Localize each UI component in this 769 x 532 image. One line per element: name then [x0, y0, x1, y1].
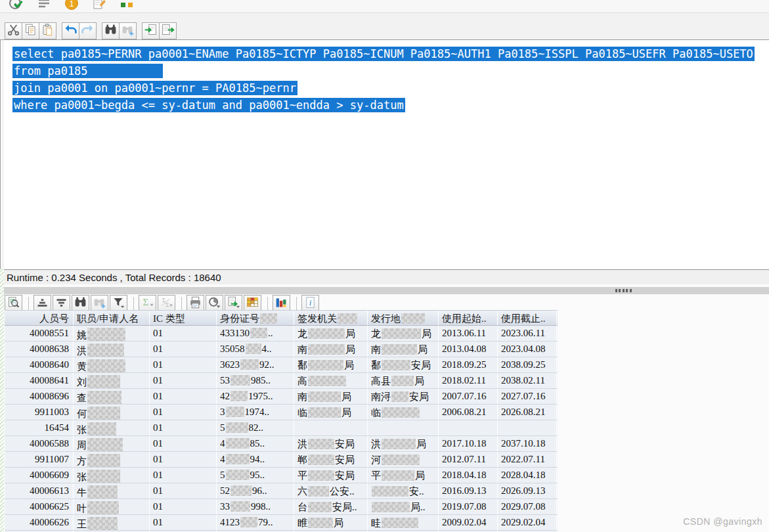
table-cell[interactable]: 临	[368, 405, 439, 420]
table-cell[interactable]: 40006625	[5, 499, 74, 514]
column-header[interactable]: 发行地	[368, 311, 439, 325]
table-row[interactable]: 40006613牛015296..六公安..安..2016.09.132026.…	[5, 483, 558, 499]
table-cell[interactable]: 洪安局	[294, 436, 368, 451]
table-cell[interactable]: 01	[150, 499, 217, 514]
table-cell[interactable]: 2029.07.08	[498, 499, 557, 514]
table-cell[interactable]: 40006613	[5, 483, 74, 499]
table-cell[interactable]: 临局	[294, 405, 368, 420]
table-cell[interactable]: 2026.08.21	[498, 405, 557, 420]
table-cell[interactable]: 安..	[368, 483, 439, 499]
table-cell[interactable]: 南局	[368, 342, 439, 357]
table-row[interactable]: 40006609张01595..平安局平局2018.04.182028.04.1…	[5, 468, 558, 483]
table-cell[interactable]: 查	[74, 389, 150, 404]
table-cell[interactable]: 2009.02.04	[439, 515, 498, 530]
table-row[interactable]: 40008640黄01362392..鄱局鄱安局2018.09.252038.0…	[5, 357, 558, 373]
table-cell[interactable]: 5296..	[217, 483, 294, 499]
table-cell[interactable]	[439, 420, 498, 435]
table-row[interactable]: 40008641刘0153985..高高县局2018.02.112038.02.…	[5, 373, 558, 389]
table-cell[interactable]: 2038.02.11	[498, 373, 557, 388]
table-cell[interactable]	[368, 420, 439, 435]
table-cell[interactable]: 2006.08.21	[439, 405, 498, 420]
table-cell[interactable]: 350584..	[217, 342, 294, 357]
sql-editor[interactable]: select pa0185~PERNR pa0001~ENAme Pa0185~…	[0, 39, 769, 269]
table-row[interactable]: 40008551姚01433130..龙局龙局2013.06.112023.06…	[5, 326, 558, 342]
table-cell[interactable]: 2013.06.11	[439, 326, 498, 341]
table-cell[interactable]: 40006609	[5, 468, 74, 483]
table-cell[interactable]: 方	[74, 452, 150, 467]
table-cell[interactable]: 2018.04.18	[439, 468, 498, 483]
table-cell[interactable]: 01	[150, 515, 217, 530]
table-cell[interactable]: 40006626	[5, 515, 74, 530]
table-cell[interactable]: 2018.02.11	[439, 373, 498, 388]
table-cell[interactable]: 2018.09.25	[439, 357, 498, 372]
check-in-button[interactable]	[142, 22, 160, 39]
column-header[interactable]: 签发机关	[294, 311, 368, 325]
table-row[interactable]: 40008696查01421975..南局南浔安局2007.07.162027.…	[5, 389, 558, 405]
table-cell[interactable]: 王	[74, 515, 150, 530]
edit-note-button[interactable]	[91, 0, 108, 12]
column-header[interactable]: 人员号	[5, 311, 74, 325]
coin-1-button[interactable]: 1	[63, 0, 80, 12]
table-cell[interactable]: 郸安局	[294, 452, 368, 467]
redo-button[interactable]	[79, 22, 97, 39]
table-cell[interactable]: 01	[150, 483, 217, 499]
table-cell[interactable]: 2016.09.13	[439, 483, 498, 499]
sql-line[interactable]: where pa0001~begda <= sy-datum and pa000…	[12, 97, 769, 114]
table-cell[interactable]: 河	[368, 452, 439, 467]
table-cell[interactable]: 平安局	[294, 468, 368, 483]
table-cell[interactable]: 2007.07.16	[439, 389, 498, 404]
table-cell[interactable]: 平局	[368, 468, 439, 483]
table-cell[interactable]: 高县局	[368, 373, 439, 388]
table-cell[interactable]: 01	[150, 326, 217, 341]
table-cell[interactable]: 2037.10.18	[498, 436, 557, 451]
check-out-button[interactable]	[159, 22, 177, 39]
find-next-button[interactable]	[119, 22, 137, 39]
table-cell[interactable]: 01	[150, 342, 217, 357]
table-cell[interactable]: 2038.09.25	[498, 357, 557, 372]
table-cell[interactable]: 2019.07.08	[439, 499, 498, 514]
table-cell[interactable]: 16454	[5, 420, 74, 435]
table-cell[interactable]: 2023.06.11	[498, 326, 557, 341]
table-cell[interactable]: 31974..	[217, 405, 294, 420]
table-cell[interactable]: 2017.10.18	[439, 436, 498, 451]
splitter-handle-icon[interactable]	[615, 289, 633, 292]
copy-button[interactable]	[22, 22, 39, 39]
table-cell[interactable]: 01	[150, 389, 217, 404]
column-header[interactable]: 使用截止..	[498, 311, 557, 325]
table-cell[interactable]: 洪局	[368, 436, 439, 451]
table-cell[interactable]: 2028.04.18	[498, 468, 557, 483]
table-cell[interactable]: 台安局..	[294, 499, 368, 514]
table-cell[interactable]: 龙局	[294, 326, 368, 341]
paste-button[interactable]	[39, 22, 56, 39]
table-cell[interactable]: 六公安..	[294, 483, 368, 499]
table-cell[interactable]: 周	[74, 436, 150, 451]
sql-line[interactable]: select pa0185~PERNR pa0001~ENAme Pa0185~…	[12, 45, 769, 62]
splitter-bar[interactable]	[0, 287, 769, 294]
table-cell[interactable]: 40008640	[5, 357, 74, 372]
table-cell[interactable]: 33998..	[217, 499, 294, 514]
table-cell[interactable]: 40008696	[5, 389, 74, 404]
column-header[interactable]: 使用起始..	[439, 311, 498, 325]
legend-button[interactable]	[118, 0, 135, 12]
table-cell[interactable]: 9911007	[5, 452, 74, 467]
table-row[interactable]: 40006588周01485..洪安局洪局2017.10.182037.10.1…	[5, 436, 558, 452]
table-cell[interactable]: 姚	[74, 326, 150, 341]
table-cell[interactable]: 01	[150, 373, 217, 388]
table-cell[interactable]: 494..	[217, 452, 294, 467]
column-header[interactable]: 职员/申请人名	[74, 311, 150, 325]
table-row[interactable]: 9911007方01494..郸安局河2012.07.112022.07.11	[5, 452, 558, 468]
table-cell[interactable]	[294, 420, 368, 435]
table-cell[interactable]: 582..	[217, 420, 294, 435]
table-cell[interactable]: 张	[74, 420, 150, 435]
table-cell[interactable]: 黄	[74, 357, 150, 372]
table-cell[interactable]: 595..	[217, 468, 294, 483]
table-cell[interactable]: 433130..	[217, 326, 294, 341]
table-cell[interactable]: 01	[150, 405, 217, 420]
table-cell[interactable]: 南浔安局	[368, 389, 439, 404]
table-cell[interactable]: 485..	[217, 436, 294, 451]
table-cell[interactable]: 01	[150, 452, 217, 467]
list-button[interactable]	[35, 0, 53, 12]
execute-check-button[interactable]	[8, 0, 25, 12]
table-cell[interactable]: 睢局	[294, 515, 368, 530]
table-cell[interactable]: 南局	[294, 342, 368, 357]
